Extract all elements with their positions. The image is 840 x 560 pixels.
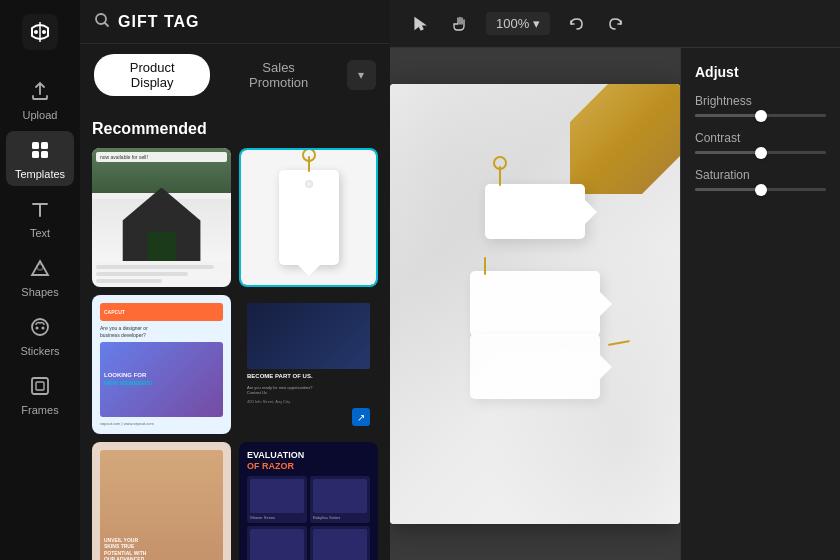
brightness-row: Brightness: [695, 94, 826, 117]
sidebar: Upload Templates Text Shapes: [0, 0, 80, 560]
filter-sales-promotion[interactable]: Sales Promotion: [218, 54, 339, 96]
hand-tool-button[interactable]: [446, 10, 474, 38]
svg-rect-6: [32, 151, 39, 158]
svg-point-3: [42, 30, 46, 34]
brightness-label: Brightness: [695, 94, 826, 108]
svg-rect-12: [32, 378, 48, 394]
sidebar-label-templates: Templates: [15, 168, 65, 180]
app-logo: [20, 12, 60, 52]
contrast-label: Contrast: [695, 131, 826, 145]
adjust-panel: Adjust Brightness Contrast Saturation: [680, 48, 840, 560]
sidebar-item-upload[interactable]: Upload: [6, 72, 74, 127]
svg-line-15: [105, 23, 109, 27]
sidebar-item-text[interactable]: Text: [6, 190, 74, 245]
shapes-icon: [29, 257, 51, 282]
sidebar-label-shapes: Shapes: [21, 286, 58, 298]
sidebar-label-text: Text: [30, 227, 50, 239]
svg-point-2: [34, 30, 38, 34]
canvas-image: [390, 84, 680, 524]
sidebar-item-templates[interactable]: Templates: [6, 131, 74, 186]
saturation-label: Saturation: [695, 168, 826, 182]
canvas-frame: [390, 84, 680, 524]
text-icon: [29, 198, 51, 223]
search-panel: GIFT TAG Product Display Sales Promotion…: [80, 0, 390, 560]
template-grid: now available for sell!: [92, 148, 378, 560]
templates-icon: [29, 139, 51, 164]
search-icon: [94, 12, 110, 31]
filter-row: Product Display Sales Promotion ▾: [80, 44, 390, 106]
canvas-content: Adjust Brightness Contrast Saturation: [390, 48, 840, 560]
template-card-razor[interactable]: EVALUATIONOF RAZOR Shaver Series Babylis…: [239, 442, 378, 560]
upload-icon: [29, 80, 51, 105]
canvas-toolbar: 100% ▾: [390, 0, 840, 48]
canvas-area: 100% ▾: [390, 0, 840, 560]
svg-rect-5: [41, 142, 48, 149]
cursor-tool-button[interactable]: [406, 10, 434, 38]
canvas-main[interactable]: [390, 48, 680, 560]
brightness-slider[interactable]: [695, 114, 826, 117]
filter-product-display[interactable]: Product Display: [94, 54, 210, 96]
sidebar-label-frames: Frames: [21, 404, 58, 416]
contrast-slider[interactable]: [695, 151, 826, 154]
sidebar-item-stickers[interactable]: Stickers: [6, 308, 74, 363]
search-bar: GIFT TAG: [80, 0, 390, 44]
svg-point-10: [36, 327, 39, 330]
sidebar-item-shapes[interactable]: Shapes: [6, 249, 74, 304]
svg-point-9: [32, 319, 48, 335]
svg-point-8: [37, 264, 43, 270]
redo-button[interactable]: [602, 10, 630, 38]
contrast-row: Contrast: [695, 131, 826, 154]
recommended-title: Recommended: [92, 120, 378, 138]
template-card-gift-tag[interactable]: [239, 148, 378, 287]
zoom-control[interactable]: 100% ▾: [486, 12, 550, 35]
gift-tags-group: [470, 184, 600, 399]
undo-button[interactable]: [562, 10, 590, 38]
template-card-designer[interactable]: CAPCUT Are you a designer orbusiness dev…: [92, 295, 231, 434]
saturation-row: Saturation: [695, 168, 826, 191]
stickers-icon: [29, 316, 51, 341]
saturation-slider[interactable]: [695, 188, 826, 191]
chevron-down-icon: ▾: [358, 68, 364, 82]
template-card-beauty[interactable]: UNVEIL YOURSKINS TRUEPOTENTIAL WITHOUR A…: [92, 442, 231, 560]
sidebar-label-stickers: Stickers: [20, 345, 59, 357]
svg-rect-13: [36, 382, 44, 390]
filter-dropdown[interactable]: ▾: [347, 60, 376, 90]
adjust-title: Adjust: [695, 64, 826, 80]
template-panel-scroll[interactable]: Recommended now available for sell!: [80, 106, 390, 560]
template-card-house[interactable]: now available for sell!: [92, 148, 231, 287]
zoom-chevron-icon: ▾: [533, 16, 540, 31]
svg-point-11: [42, 327, 45, 330]
template-card-become[interactable]: BECOME PART OF US. Are you ready for new…: [239, 295, 378, 434]
frames-icon: [29, 375, 51, 400]
svg-rect-4: [32, 142, 39, 149]
sidebar-label-upload: Upload: [23, 109, 58, 121]
svg-rect-7: [41, 151, 48, 158]
search-query[interactable]: GIFT TAG: [118, 13, 376, 31]
zoom-value: 100%: [496, 16, 529, 31]
sidebar-item-frames[interactable]: Frames: [6, 367, 74, 422]
